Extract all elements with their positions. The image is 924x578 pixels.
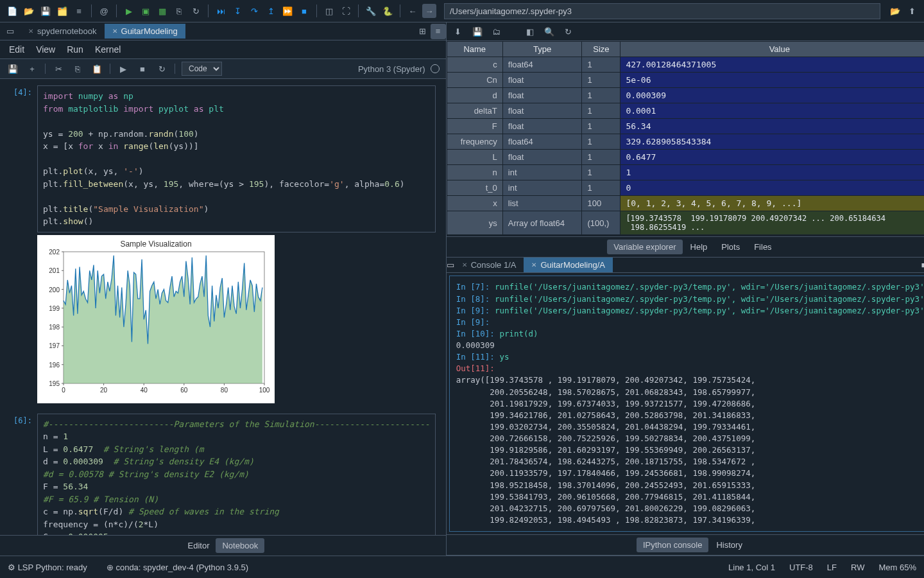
nb-add-icon[interactable]: +	[26, 62, 38, 75]
table-row[interactable]: Lfloat10.6477	[447, 150, 924, 165]
plot-output: Sample Visualization19519619719819920020…	[37, 235, 275, 403]
ptab-files[interactable]: Files	[748, 240, 778, 254]
debug-stop-icon[interactable]: ■	[297, 4, 311, 18]
nb-run-icon[interactable]: ▶	[117, 62, 130, 75]
console-tab-1a[interactable]: ✕Console 1/A	[454, 258, 524, 272]
tab-browse-icon[interactable]: ▭	[3, 24, 18, 39]
console-output[interactable]: In [7]: runfile('/Users/juanitagomez/.sp…	[449, 276, 924, 532]
bars-icon[interactable]: ≡	[431, 24, 446, 39]
chart-svg: Sample Visualization19519619719819920020…	[41, 239, 271, 399]
table-row[interactable]: deltaTfloat10.0001	[447, 103, 924, 119]
variable-explorer-table[interactable]: Name Type Size Value cfloat641427.001284…	[447, 41, 924, 236]
tab-spydernotebook[interactable]: ✕spydernotebook	[21, 24, 105, 39]
svg-text:20: 20	[100, 387, 108, 394]
btab-editor[interactable]: Editor	[182, 538, 216, 553]
run-icon[interactable]: ▶	[122, 4, 136, 18]
close-icon[interactable]: ✕	[28, 28, 33, 35]
notebook-area[interactable]: [4]: import numpy as np from matplotlib …	[0, 79, 446, 535]
save-data-icon[interactable]: 💾	[471, 25, 484, 38]
console-browse-icon[interactable]: ▭	[447, 260, 454, 270]
browse-dir-icon[interactable]: 📂	[888, 4, 902, 18]
save-all-icon[interactable]: 🗂️	[55, 4, 69, 18]
eraser-icon[interactable]: ◧	[524, 25, 536, 38]
run-cell-icon[interactable]: ▣	[139, 4, 153, 18]
save-as-icon[interactable]: 🗂	[490, 25, 503, 38]
preferences-icon[interactable]: 🔧	[364, 4, 378, 18]
nb-copy-icon[interactable]: ⎘	[71, 62, 84, 75]
debug-continue-icon[interactable]: ⏩	[280, 4, 295, 18]
nb-paste-icon[interactable]: 📋	[90, 62, 103, 75]
cell-prompt: [6]:	[10, 414, 32, 536]
col-name[interactable]: Name	[447, 42, 502, 57]
back-icon[interactable]: ←	[406, 4, 420, 18]
open-file-icon[interactable]: 📂	[22, 4, 36, 18]
table-row[interactable]: Ffloat156.34	[447, 119, 924, 134]
new-file-icon[interactable]: 📄	[5, 4, 19, 18]
ptab-ipython[interactable]: IPython console	[637, 538, 709, 552]
menu-kernel[interactable]: Kernel	[95, 44, 121, 55]
svg-text:199: 199	[49, 304, 60, 311]
svg-text:0: 0	[62, 387, 65, 394]
debug-out-icon[interactable]: ↥	[264, 4, 278, 18]
save-icon[interactable]: 💾	[38, 4, 53, 18]
table-row[interactable]: xlist100[0, 1, 2, 3, 4, 5, 6, 7, 8, 9, .…	[447, 196, 924, 211]
add-tab-icon[interactable]: ⊞	[415, 24, 431, 39]
close-icon[interactable]: ✕	[462, 261, 467, 268]
run-cell-advance-icon[interactable]: ▦	[155, 4, 169, 18]
import-icon[interactable]: ⬇	[452, 25, 465, 38]
nb-restart-icon[interactable]: ↻	[155, 62, 168, 75]
menu-edit[interactable]: Edit	[9, 44, 24, 55]
search-icon[interactable]: 🔍	[543, 25, 556, 38]
table-row[interactable]: Cnfloat15e-06	[447, 73, 924, 88]
close-icon[interactable]: ✕	[531, 261, 536, 268]
working-dir-field[interactable]	[444, 3, 880, 19]
ptab-help[interactable]: Help	[684, 240, 714, 254]
menu-view[interactable]: View	[36, 44, 55, 55]
working-dir-input[interactable]	[444, 3, 880, 19]
hamburger-icon[interactable]: ≡	[921, 25, 924, 38]
nb-save-icon[interactable]: 💾	[6, 62, 19, 75]
nb-stop-icon[interactable]: ■	[136, 62, 149, 75]
debug-step-icon[interactable]: ⏭	[214, 4, 228, 18]
nb-cut-icon[interactable]: ✂	[52, 62, 65, 75]
maximize-icon[interactable]: ⛶	[339, 4, 353, 18]
ptab-varexp[interactable]: Variable explorer	[607, 240, 682, 254]
run-selection-icon[interactable]: ⎘	[172, 4, 186, 18]
forward-icon[interactable]: →	[422, 4, 436, 18]
ptab-plots[interactable]: Plots	[715, 240, 746, 254]
debug-over-icon[interactable]: ↷	[247, 4, 261, 18]
list-icon[interactable]: ≡	[72, 4, 86, 18]
memory: Mem 65%	[878, 563, 916, 572]
debug-into-icon[interactable]: ↧	[230, 4, 244, 18]
window-icon[interactable]: ◫	[322, 4, 336, 18]
ptab-history[interactable]: History	[710, 538, 748, 552]
tab-label: GuitarModeling	[121, 26, 178, 36]
btab-notebook[interactable]: Notebook	[216, 538, 264, 553]
code-input[interactable]: #-------------------------Parameters of …	[37, 414, 436, 536]
stop-console-icon[interactable]: ■	[921, 260, 924, 270]
python-path-icon[interactable]: 🐍	[381, 4, 395, 18]
at-icon[interactable]: @	[97, 4, 111, 18]
kernel-label: Python 3 (Spyder)	[358, 64, 425, 74]
main-toolbar: 📄 📂 💾 🗂️ ≡ @ ▶ ▣ ▦ ⎘ ↻ ⏭ ↧ ↷ ↥ ⏩ ■ ◫ ⛶ 🔧…	[0, 0, 924, 22]
tab-guitarmodeling[interactable]: ✕GuitarModeling	[105, 24, 185, 39]
rerun-icon[interactable]: ↻	[189, 4, 203, 18]
table-row[interactable]: t_0int10	[447, 180, 924, 196]
refresh-icon[interactable]: ↻	[562, 25, 575, 38]
parent-dir-icon[interactable]: ⬆	[905, 4, 919, 18]
varexp-toolbar: ⬇ 💾 🗂 ◧ 🔍 ↻ ≡	[447, 22, 924, 41]
table-row[interactable]: nint11	[447, 165, 924, 180]
svg-text:60: 60	[180, 387, 188, 394]
table-row[interactable]: ysArray of float64(100,)[199.3743578 199…	[447, 211, 924, 235]
cell-type-select[interactable]: Code	[182, 62, 222, 76]
menu-run[interactable]: Run	[67, 44, 83, 55]
code-input[interactable]: import numpy as np from matplotlib impor…	[37, 85, 436, 232]
col-value[interactable]: Value	[620, 42, 924, 57]
table-row[interactable]: dfloat10.000309	[447, 88, 924, 103]
col-size[interactable]: Size	[582, 42, 620, 57]
table-row[interactable]: cfloat641427.00128464371005	[447, 57, 924, 73]
close-icon[interactable]: ✕	[112, 28, 117, 35]
console-tab-guitar[interactable]: ✕GuitarModeling/A	[524, 258, 612, 272]
col-type[interactable]: Type	[502, 42, 582, 57]
table-row[interactable]: frequencyfloat641329.6289058543384	[447, 134, 924, 150]
